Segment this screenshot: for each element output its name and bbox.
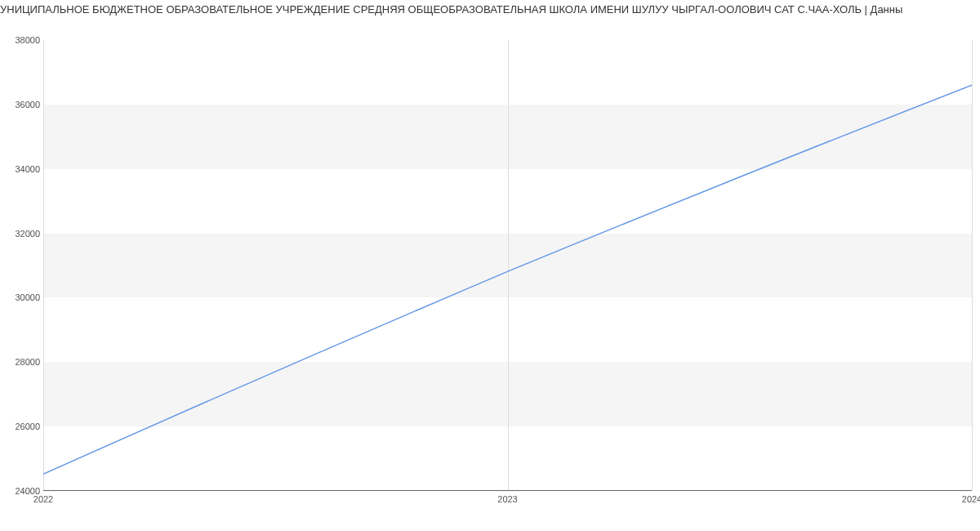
line-svg — [43, 40, 972, 490]
chart-container: 2400026000280003000032000340003600038000… — [0, 16, 980, 522]
chart-title: УНИЦИПАЛЬНОЕ БЮДЖЕТНОЕ ОБРАЗОВАТЕЛЬНОЕ У… — [0, 0, 980, 16]
x-tick-label: 2023 — [497, 494, 517, 504]
y-tick-label: 26000 — [3, 422, 40, 431]
data-series-line — [43, 85, 972, 474]
y-tick-label: 34000 — [3, 164, 40, 174]
y-tick-label: 36000 — [3, 100, 40, 109]
y-tick-label: 32000 — [3, 229, 40, 239]
gridline-vertical — [972, 40, 973, 490]
y-tick-label: 30000 — [3, 292, 40, 302]
x-tick-label: 2024 — [962, 494, 980, 504]
y-tick-label: 28000 — [3, 357, 40, 367]
plot-area — [43, 40, 972, 491]
y-tick-label: 38000 — [3, 35, 40, 45]
x-tick-label: 2022 — [33, 494, 53, 504]
